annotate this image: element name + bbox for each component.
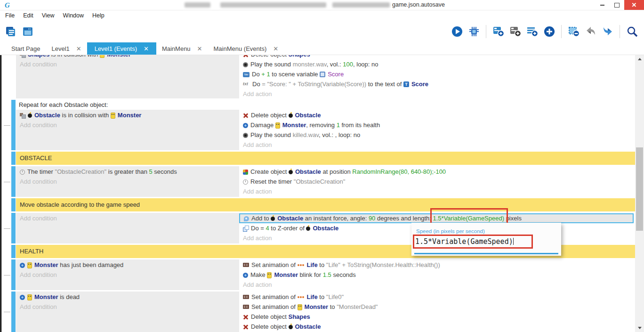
tab-start-page[interactable]: Start Page (6, 42, 46, 55)
row-text: 4 (266, 225, 269, 232)
add-action[interactable]: Add action (239, 89, 635, 98)
scene-window-icon[interactable] (21, 25, 34, 38)
row-text: Reset the timer (250, 178, 294, 185)
vertical-scrollbar[interactable] (635, 55, 644, 332)
menu-help[interactable]: Help (88, 12, 109, 19)
action-row[interactable]: Play the sound monster.wav, vol.: 100, l… (239, 59, 635, 69)
tab-close-icon[interactable]: ✕ (273, 45, 278, 52)
row-text: Play the sound (250, 131, 293, 138)
action-row[interactable]: Delete object Shapes (239, 312, 635, 322)
tab-close-icon[interactable]: ✕ (144, 45, 149, 52)
action-row[interactable]: Delete object Obstacle (239, 110, 635, 120)
search-icon[interactable] (626, 25, 638, 38)
action-row[interactable]: Play the sound killed.wav, vol.: , loop:… (239, 130, 635, 140)
event-block: Monster is deadAdd conditionSet animatio… (16, 292, 635, 332)
redo-icon[interactable] (601, 25, 614, 38)
menu-view[interactable]: View (38, 12, 59, 19)
action-row[interactable]: Delete object Shapes (239, 55, 635, 59)
scroll-down-arrow[interactable] (635, 324, 644, 332)
play-icon[interactable] (451, 25, 463, 38)
add-condition[interactable]: Add condition (16, 59, 239, 69)
project-manager-icon[interactable] (4, 25, 16, 38)
action-row[interactable]: Set animation of Life to "Life" + ToStri… (239, 260, 635, 270)
add-action[interactable]: Add action (239, 186, 635, 196)
tab-level1[interactable]: Level1✕ (46, 42, 87, 55)
tab-label: MainMenu (Events) (214, 45, 267, 52)
row-text: to (318, 293, 326, 300)
tab-level1-events-[interactable]: Level1 (Events)✕ (87, 42, 156, 55)
menu-edit[interactable]: Edit (19, 12, 38, 19)
condition-row[interactable]: The timer "ObstacleCreation" is greater … (16, 167, 239, 177)
menu-file[interactable]: File (1, 12, 19, 19)
action-row[interactable]: Set animation of Life to "Life0" (239, 292, 635, 302)
row-text: RandomInRange(80, 640-80);-100 (352, 168, 446, 175)
action-row[interactable]: Make Monster blink for 1.5 seconds (239, 270, 635, 280)
add-action[interactable]: Add action (239, 140, 635, 150)
row-text: to (318, 261, 326, 268)
repeat-event-header[interactable]: Repeat for each Obstacle object: (16, 100, 635, 110)
add-condition[interactable]: Add condition (16, 120, 239, 130)
group-header[interactable]: Move obstacle according to the game spee… (16, 198, 635, 211)
row-text: Do (252, 71, 261, 78)
condition-row[interactable]: Obstacle is in collision with Monster (16, 110, 239, 120)
tab-mainmenu-events-[interactable]: MainMenu (Events)✕ (208, 42, 284, 55)
selected-action-row[interactable]: Add to Obstacle an instant force, angle:… (239, 213, 634, 223)
tab-close-icon[interactable]: ✕ (76, 45, 81, 52)
action-row[interactable]: Delete object Obstacle (239, 322, 635, 332)
row-text: Shapes (28, 55, 49, 58)
bomb-icon (306, 227, 310, 231)
condition-row[interactable]: Shapes is in collision with Monster (16, 55, 239, 59)
condition-row[interactable]: Monster has just been damaged (16, 260, 239, 270)
monster-icon (100, 55, 105, 58)
scrollbar-thumb[interactable] (636, 147, 643, 231)
textobj-icon (403, 81, 409, 87)
tab-close-icon[interactable]: ✕ (197, 45, 202, 52)
delete-icon (243, 55, 249, 57)
maximize-button[interactable] (610, 0, 624, 10)
event-group: Move obstacle according to the game spee… (16, 198, 635, 211)
monster-icon (27, 262, 32, 268)
debug-icon[interactable] (467, 25, 480, 38)
tab-mainmenu[interactable]: MainMenu✕ (156, 42, 208, 55)
row-text: Make (250, 271, 267, 278)
group-header[interactable]: OBSTACLE (16, 152, 635, 165)
menu-window[interactable]: Window (59, 12, 88, 19)
undo-icon[interactable] (584, 25, 597, 38)
row-text: Monster (274, 271, 298, 278)
action-row[interactable]: Do = "Score: " + ToString(Variable(Score… (239, 79, 635, 89)
row-text: 1.5 (323, 271, 331, 278)
add-subevent-icon[interactable] (509, 25, 522, 38)
expression-input[interactable]: 1.5*Variable(GameSpeed) (415, 236, 533, 247)
row-text: Play the sound (250, 61, 293, 68)
action-row[interactable]: Create object Obstacle at position Rando… (239, 167, 635, 177)
add-condition[interactable]: Add condition (16, 270, 239, 280)
add-condition[interactable]: Add condition (16, 302, 239, 312)
action-row[interactable]: Do + 1 to scene variable Score (239, 69, 635, 79)
row-text: Monster (34, 261, 58, 268)
action-row[interactable]: Set animation of Monster to "MonsterDead… (239, 302, 635, 312)
life-icon (298, 264, 305, 267)
delete-selection-icon[interactable] (567, 25, 580, 38)
monster-icon (298, 304, 302, 310)
row-text: to scene variable (270, 71, 320, 78)
actions-column: Create object Obstacle at position Rando… (239, 166, 635, 197)
add-event-icon[interactable] (492, 25, 505, 38)
row-text: Monster (34, 293, 58, 300)
row-text: "ObstacleCreation" (294, 178, 346, 185)
row-text: Score (328, 71, 344, 78)
condition-row[interactable]: Monster is dead (16, 292, 239, 302)
row-text: Do (251, 225, 260, 232)
scroll-up-arrow[interactable] (635, 55, 644, 63)
add-comment-icon[interactable] (526, 25, 539, 38)
add-condition[interactable]: Add condition (16, 177, 239, 186)
delete-icon (243, 315, 249, 320)
row-text: Monster (107, 55, 131, 58)
event-group: OBSTACLE (16, 152, 635, 165)
minimize-button[interactable] (595, 0, 610, 10)
close-button[interactable]: ✕ (624, 0, 644, 10)
action-row[interactable]: Damage Monster, removing 1 from its heal… (239, 120, 635, 130)
action-row[interactable]: Reset the timer "ObstacleCreation" (239, 177, 635, 186)
add-action[interactable]: Add action (239, 280, 635, 290)
add-condition[interactable]: Add condition (16, 213, 239, 223)
add-new-icon[interactable] (543, 25, 555, 38)
